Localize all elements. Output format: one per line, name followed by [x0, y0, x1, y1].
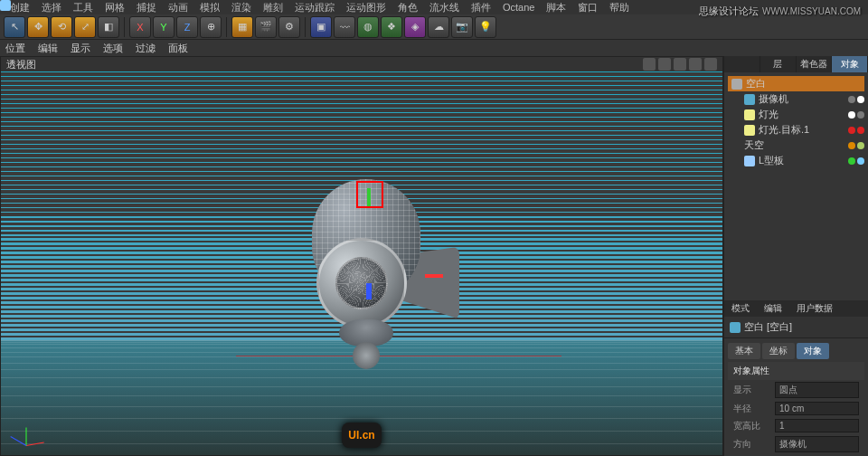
subbar-item[interactable]: 显示	[71, 42, 90, 55]
attr-tab[interactable]: 模式	[724, 300, 757, 317]
light-icon	[744, 125, 755, 136]
menu-item[interactable]: 捕捉	[132, 1, 161, 14]
menu-item[interactable]: 插件	[467, 1, 495, 14]
menu-item[interactable]: 渲染	[227, 1, 256, 14]
logo-badge: UI.cn	[342, 423, 382, 448]
menu-item[interactable]: 运动跟踪	[290, 1, 339, 14]
subbar-item[interactable]: 选项	[103, 42, 123, 55]
panel-tab[interactable]: 对象	[832, 56, 868, 72]
add-primitive[interactable]: ▣	[310, 16, 332, 38]
object-row[interactable]: 天空	[728, 138, 864, 153]
model-ring	[316, 238, 407, 328]
vp-icon[interactable]	[643, 58, 656, 71]
tool-scale[interactable]: ⤢	[74, 16, 96, 38]
light-icon	[744, 109, 755, 120]
model-rocket[interactable]	[289, 179, 443, 378]
vp-icon[interactable]	[674, 58, 686, 71]
attr-subtab[interactable]: 坐标	[762, 343, 795, 359]
watermark-url: WWW.MISSYUAN.COM	[762, 6, 861, 16]
property-value[interactable]: 1	[775, 419, 859, 432]
render-settings[interactable]: ⚙	[278, 16, 300, 38]
add-generator[interactable]: ◍	[357, 16, 379, 38]
add-spline[interactable]: 〰	[334, 16, 355, 38]
lock-x[interactable]: X	[129, 16, 151, 38]
visibility-dot[interactable]	[857, 96, 864, 103]
menu-item[interactable]: 运动图形	[342, 1, 391, 14]
axis-gizmo	[8, 413, 44, 450]
add-generator2[interactable]: ❖	[381, 16, 402, 38]
attr-subtab[interactable]: 对象	[797, 343, 829, 359]
menu-item[interactable]: 窗口	[573, 1, 602, 14]
gizmo-z[interactable]	[366, 283, 372, 299]
property-value[interactable]: 圆点	[775, 382, 859, 398]
attr-mode-tabs: 模式编辑用户数据	[724, 300, 868, 317]
menu-item[interactable]: 模拟	[195, 1, 224, 14]
visibility-dot[interactable]	[857, 142, 864, 149]
add-environment[interactable]: ☁	[428, 16, 449, 38]
property-label: 显示	[733, 384, 769, 396]
visibility-dot[interactable]	[857, 111, 864, 119]
visibility-dot[interactable]	[848, 96, 855, 103]
object-row[interactable]: 灯光.目标.1	[728, 122, 864, 138]
visibility-dot[interactable]	[857, 157, 864, 165]
render-view[interactable]: ▦	[231, 16, 253, 38]
tool-rotate[interactable]: ⟲	[51, 16, 72, 38]
object-row[interactable]: 空白	[728, 76, 864, 91]
object-row[interactable]: 摄像机	[728, 91, 864, 107]
lock-z[interactable]: Z	[176, 16, 198, 38]
object-name: 灯光.目标.1	[759, 123, 809, 137]
object-name: 摄像机	[759, 92, 788, 106]
menu-item[interactable]: 角色	[393, 1, 422, 14]
subbar-item[interactable]: 编辑	[38, 42, 58, 55]
property-label: 方向	[733, 438, 769, 451]
visibility-dot[interactable]	[848, 142, 855, 149]
subbar-item[interactable]: 过滤	[136, 42, 156, 55]
menu-item[interactable]: 流水线	[425, 1, 464, 14]
viewport[interactable]: 透视图	[0, 56, 723, 456]
attr-tab[interactable]: 编辑	[757, 300, 789, 317]
cube-icon	[744, 156, 755, 166]
panel-tab[interactable]: 着色器	[797, 56, 833, 72]
gizmo-x[interactable]	[425, 274, 443, 278]
property-value[interactable]: 摄像机	[775, 436, 859, 452]
menu-item[interactable]: 网格	[100, 1, 129, 14]
subbar-item[interactable]: 面板	[168, 42, 188, 55]
menu-item[interactable]: Octane	[498, 2, 539, 13]
property-value[interactable]: 10 cm	[775, 402, 859, 415]
menu-item[interactable]: 工具	[69, 1, 98, 14]
vp-icon[interactable]	[658, 58, 671, 71]
tool-select[interactable]: ↖	[4, 16, 25, 38]
visibility-dot[interactable]	[848, 111, 855, 119]
coord-system[interactable]: ⊕	[200, 16, 222, 38]
menu-item[interactable]: 雕刻	[259, 1, 288, 14]
attr-group-header: 对象属性	[728, 362, 864, 380]
add-light[interactable]: 💡	[475, 16, 496, 38]
object-manager-tabs: 层着色器对象	[724, 56, 868, 72]
visibility-dot[interactable]	[848, 127, 855, 134]
vp-icon[interactable]	[704, 58, 717, 71]
panel-tab[interactable]: 层	[760, 56, 797, 72]
vp-icon[interactable]	[689, 58, 702, 71]
add-camera[interactable]: 📷	[451, 16, 473, 38]
visibility-dot[interactable]	[857, 127, 864, 134]
add-deformer[interactable]: ◈	[404, 16, 426, 38]
object-row[interactable]: L型板	[728, 153, 864, 168]
lock-y[interactable]: Y	[153, 16, 175, 38]
attr-subtab[interactable]: 基本	[728, 343, 760, 359]
menu-item[interactable]: 选择	[37, 1, 66, 14]
visibility-dot[interactable]	[848, 157, 855, 165]
subbar-item[interactable]: 位置	[5, 42, 25, 55]
menu-item[interactable]: 脚本	[542, 1, 571, 14]
menu-item[interactable]: 动画	[164, 1, 193, 14]
sub-bar: 位置编辑显示选项过滤面板	[0, 40, 868, 56]
object-row[interactable]: 灯光	[728, 107, 864, 122]
panel-tab[interactable]	[724, 56, 760, 72]
render-pict[interactable]: 🎬	[255, 16, 277, 38]
object-tree[interactable]: 空白摄像机灯光灯光.目标.1天空L型板	[724, 72, 868, 181]
tool-move[interactable]: ✥	[27, 16, 49, 38]
highlight-box	[356, 181, 383, 208]
attr-tab[interactable]: 用户数据	[789, 300, 840, 317]
menu-item[interactable]: 帮助	[605, 1, 634, 14]
tool-recent[interactable]: ◧	[98, 16, 119, 38]
null-icon	[731, 79, 742, 90]
